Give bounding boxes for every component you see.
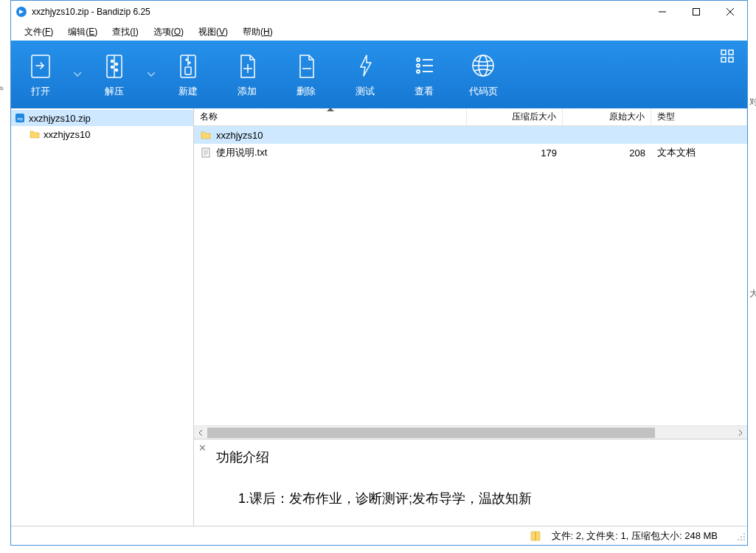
horizontal-scrollbar[interactable] — [194, 425, 747, 439]
open-icon — [26, 51, 55, 80]
svg-point-47 — [743, 539, 745, 540]
scroll-right-button[interactable] — [734, 426, 747, 439]
svg-point-11 — [116, 69, 118, 72]
statusbar: 文件: 2, 文件夹: 1, 压缩包大小: 248 MB — [11, 526, 747, 545]
extract-label: 解压 — [105, 85, 124, 98]
new-icon — [173, 51, 203, 80]
column-compressed[interactable]: 压缩后大小 — [467, 108, 563, 125]
delete-icon — [291, 51, 321, 80]
add-icon — [232, 51, 262, 80]
main-area: zip xxzhjyzs10.zip xxzhjyzs10 名称 压缩后大小 原… — [11, 108, 747, 526]
minimize-button[interactable] — [645, 1, 679, 23]
list-row[interactable]: 使用说明.txt179208文本文档 — [194, 144, 747, 161]
extract-dropdown[interactable] — [144, 41, 159, 108]
menu-edit[interactable]: 编辑(E) — [62, 24, 103, 40]
svg-point-14 — [186, 59, 187, 60]
svg-rect-35 — [202, 148, 209, 157]
file-name: xxzhjyzs10 — [216, 130, 263, 141]
open-label: 打开 — [31, 85, 50, 98]
tree-child-label: xxzhjyzs10 — [44, 129, 91, 140]
preview-panel: ✕ 功能介绍 1.课后：发布作业，诊断测评;发布导学，温故知新 — [194, 439, 747, 526]
svg-point-44 — [743, 536, 745, 538]
close-button[interactable] — [713, 1, 747, 23]
new-label: 新建 — [178, 85, 198, 98]
svg-point-43 — [741, 536, 742, 538]
extract-button[interactable]: 解压 — [85, 41, 144, 108]
svg-rect-16 — [185, 67, 191, 74]
menu-view[interactable]: 视图(V) — [193, 24, 234, 40]
tree-child[interactable]: xxzhjyzs10 — [11, 126, 193, 142]
chevron-left-icon — [198, 430, 204, 436]
maximize-icon — [693, 8, 700, 15]
list-header: 名称 压缩后大小 原始大小 类型 — [194, 108, 747, 126]
resize-grip[interactable] — [737, 532, 746, 543]
svg-rect-2 — [693, 9, 700, 15]
test-icon — [350, 51, 380, 80]
chevron-right-icon — [738, 430, 743, 436]
menubar: 文件(F) 编辑(E) 查找(I) 选项(O) 视图(V) 帮助(H) — [11, 23, 747, 41]
preview-body: 1.课后：发布作业，诊断测评;发布导学，温故知新 — [238, 490, 732, 507]
svg-point-15 — [189, 62, 190, 63]
svg-rect-29 — [721, 50, 726, 55]
maximize-button[interactable] — [679, 1, 713, 23]
add-button[interactable]: 添加 — [218, 41, 277, 108]
svg-point-20 — [417, 58, 420, 61]
menu-find[interactable]: 查找(I) — [106, 24, 144, 40]
codepage-label: 代码页 — [469, 85, 498, 98]
svg-rect-30 — [729, 50, 733, 55]
cell-compressed: 179 — [467, 147, 563, 159]
open-button[interactable]: 打开 — [11, 41, 70, 108]
folder-icon — [29, 128, 41, 140]
window-controls — [645, 1, 747, 23]
delete-button[interactable]: 删除 — [277, 41, 336, 108]
extract-icon — [100, 51, 129, 80]
svg-rect-32 — [729, 58, 733, 62]
view-icon — [409, 51, 439, 80]
column-name[interactable]: 名称 — [194, 108, 467, 125]
app-icon — [15, 6, 27, 18]
test-label: 测试 — [356, 85, 375, 98]
toolbar: 打开 解压 新建 添加 — [11, 41, 747, 108]
tree-panel: zip xxzhjyzs10.zip xxzhjyzs10 — [11, 108, 194, 526]
codepage-button[interactable]: 代码页 — [454, 41, 513, 108]
view-button[interactable]: 查看 — [395, 41, 454, 108]
column-original[interactable]: 原始大小 — [563, 108, 651, 125]
column-type[interactable]: 类型 — [651, 108, 747, 125]
preview-close-button[interactable]: ✕ — [198, 442, 207, 453]
svg-point-46 — [741, 539, 742, 540]
grid-view-icon[interactable] — [721, 49, 734, 65]
scroll-left-button[interactable] — [194, 426, 207, 439]
archive-icon — [530, 530, 541, 542]
menu-options[interactable]: 选项(O) — [148, 24, 190, 40]
tree-root-label: xxzhjyzs10.zip — [29, 113, 91, 124]
menu-help[interactable]: 帮助(H) — [237, 24, 279, 40]
new-button[interactable]: 新建 — [159, 41, 218, 108]
open-dropdown[interactable] — [70, 41, 85, 108]
cell-original: 208 — [563, 147, 651, 159]
chevron-down-icon — [148, 72, 155, 77]
svg-point-9 — [116, 63, 118, 66]
menu-file[interactable]: 文件(F) — [18, 24, 59, 40]
svg-point-8 — [111, 60, 114, 63]
view-label: 查看 — [415, 85, 434, 98]
test-button[interactable]: 测试 — [336, 41, 395, 108]
scroll-thumb[interactable] — [207, 428, 655, 438]
tree-root[interactable]: zip xxzhjyzs10.zip — [11, 110, 193, 126]
add-label: 添加 — [237, 85, 257, 98]
chevron-down-icon — [74, 72, 81, 77]
svg-rect-5 — [32, 55, 49, 77]
svg-point-24 — [417, 70, 420, 73]
minimize-icon — [659, 8, 666, 15]
codepage-icon — [468, 51, 498, 80]
list-row[interactable]: xxzhjyzs10 — [194, 126, 747, 144]
svg-rect-31 — [721, 58, 726, 62]
svg-point-42 — [743, 533, 745, 535]
preview-title: 功能介绍 — [216, 448, 732, 466]
scroll-track[interactable] — [207, 426, 734, 439]
cell-type: 文本文档 — [651, 146, 747, 159]
window-title: xxzhjyzs10.zip - Bandizip 6.25 — [32, 7, 645, 17]
app-window: xxzhjyzs10.zip - Bandizip 6.25 文件(F) 编辑(… — [10, 0, 748, 546]
svg-point-22 — [417, 64, 420, 67]
file-name: 使用说明.txt — [216, 146, 267, 159]
svg-point-10 — [111, 66, 114, 69]
